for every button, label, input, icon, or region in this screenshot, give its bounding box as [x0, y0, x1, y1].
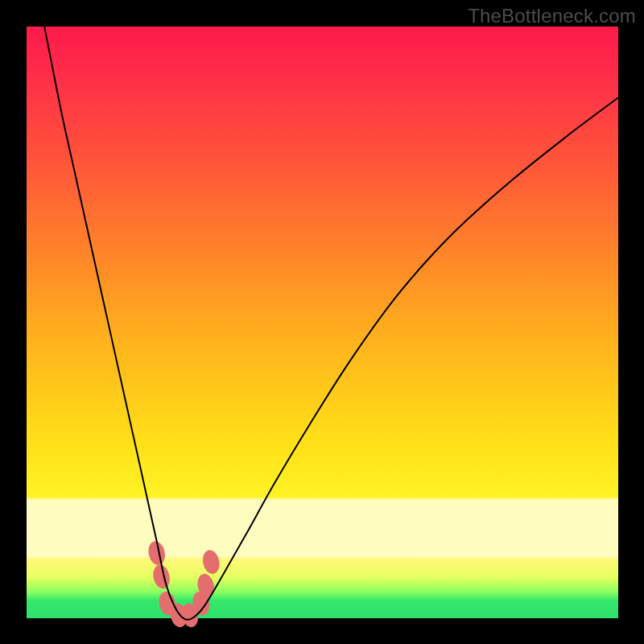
outer-frame: TheBottleneck.com: [0, 0, 644, 644]
bottleneck-curve: [44, 27, 618, 620]
marker-dot: [200, 548, 221, 576]
markers-group: [147, 539, 221, 629]
watermark-text: TheBottleneck.com: [468, 5, 636, 27]
chart-svg: [27, 27, 618, 618]
plot-area: [27, 27, 618, 618]
